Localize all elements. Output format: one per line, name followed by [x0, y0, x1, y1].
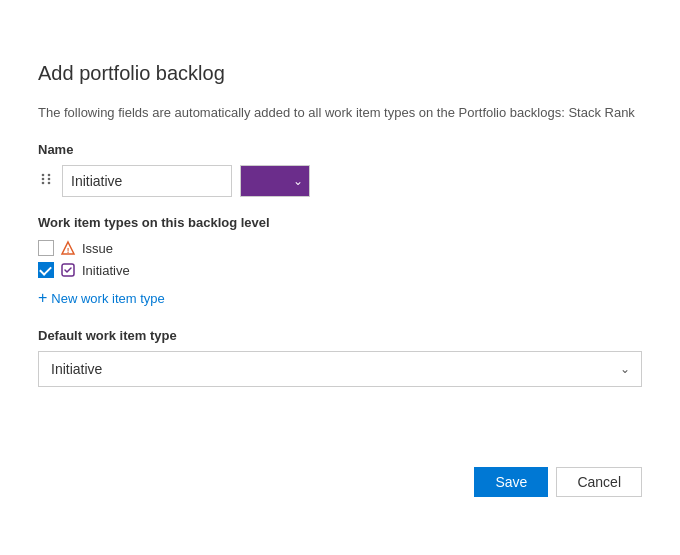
issue-icon: ! [60, 240, 76, 256]
svg-point-3 [48, 178, 51, 181]
dialog-description: The following fields are automatically a… [38, 103, 642, 123]
cancel-button[interactable]: Cancel [556, 467, 642, 497]
svg-point-5 [48, 182, 51, 185]
svg-point-4 [42, 182, 45, 185]
name-row: ⌄ [38, 165, 642, 197]
svg-point-2 [42, 178, 45, 181]
initiative-icon [60, 262, 76, 278]
work-item-row-issue: ! Issue [38, 240, 642, 256]
work-item-name-initiative: Initiative [82, 263, 130, 278]
work-item-list: ! Issue Initiative [38, 240, 642, 278]
dialog-title: Add portfolio backlog [38, 62, 642, 85]
name-input[interactable] [62, 165, 232, 197]
default-wi-label: Default work item type [38, 328, 642, 343]
work-item-name-issue: Issue [82, 241, 113, 256]
color-picker-chevron-icon: ⌄ [293, 174, 303, 188]
svg-point-1 [48, 174, 51, 177]
work-item-checkbox-issue[interactable] [38, 240, 54, 256]
plus-icon: + [38, 290, 47, 306]
default-wi-select[interactable]: Initiative Issue [38, 351, 642, 387]
work-item-row-initiative: Initiative [38, 262, 642, 278]
name-label: Name [38, 142, 642, 157]
default-wi-select-wrapper: Initiative Issue ⌄ [38, 351, 642, 387]
add-new-label: New work item type [51, 291, 164, 306]
work-items-section-label: Work item types on this backlog level [38, 215, 642, 230]
save-button[interactable]: Save [474, 467, 548, 497]
add-portfolio-backlog-dialog: Add portfolio backlog The following fiel… [10, 34, 670, 522]
svg-point-0 [42, 174, 45, 177]
add-new-work-item-link[interactable]: + New work item type [38, 290, 165, 306]
color-picker-button[interactable]: ⌄ [240, 165, 310, 197]
dialog-footer: Save Cancel [38, 467, 642, 497]
drag-handle-icon [38, 171, 54, 191]
svg-text:!: ! [67, 246, 70, 255]
work-item-checkbox-initiative[interactable] [38, 262, 54, 278]
